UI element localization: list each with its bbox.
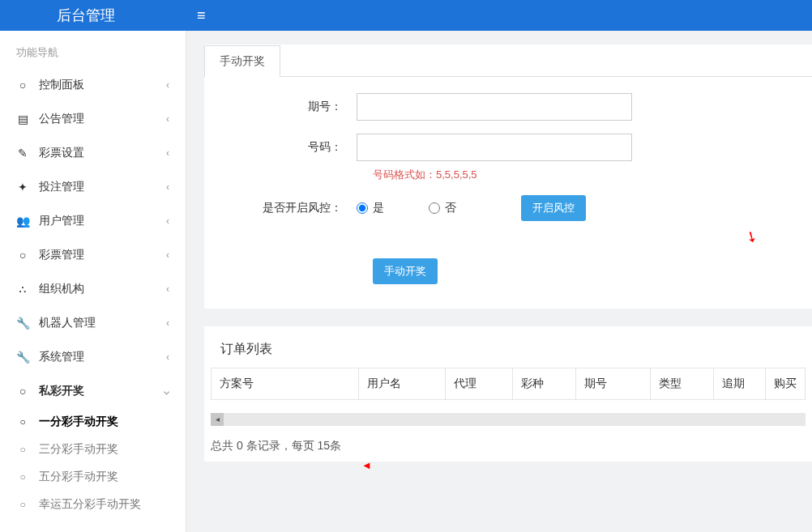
col-type: 类型 bbox=[650, 368, 713, 400]
radio-yes[interactable]: 是 bbox=[357, 201, 384, 215]
circle-icon: ○ bbox=[16, 499, 29, 510]
users-icon: 👥 bbox=[16, 215, 29, 228]
radio-no-input[interactable] bbox=[429, 202, 440, 214]
sitemap-icon: ⛬ bbox=[16, 283, 29, 296]
tab-manual-draw[interactable]: 手动开奖 bbox=[204, 45, 280, 77]
sidebar-item-label: 组织机构 bbox=[39, 282, 84, 296]
col-lottery: 彩种 bbox=[512, 368, 575, 400]
book-icon: ▤ bbox=[16, 113, 29, 126]
sidebar-subitem-1min[interactable]: ○ 一分彩手动开奖 bbox=[0, 408, 186, 436]
period-input[interactable] bbox=[357, 93, 632, 121]
number-hint: 号码格式如：5,5,5,5,5 bbox=[373, 168, 788, 182]
sidebar-item-label: 机器人管理 bbox=[39, 316, 96, 330]
col-scheme: 方案号 bbox=[212, 368, 359, 400]
table-header-row: 方案号 用户名 代理 彩种 期号 类型 追期 购买 bbox=[212, 368, 806, 400]
sidebar-item-label: 公告管理 bbox=[39, 112, 84, 126]
sidebar-subitem-label: 五分彩手动开奖 bbox=[39, 470, 118, 484]
order-list-title: 订单列表 bbox=[204, 326, 812, 368]
radio-no[interactable]: 否 bbox=[429, 201, 456, 215]
chevron-left-icon: ‹ bbox=[166, 147, 169, 159]
col-agent: 代理 bbox=[446, 368, 513, 400]
app-title: 后台管理 bbox=[57, 6, 115, 25]
sidebar-item-private-draw[interactable]: ○ 私彩开奖 ⌵ bbox=[0, 374, 186, 408]
sidebar-item-org[interactable]: ⛬ 组织机构 ‹ bbox=[0, 272, 186, 306]
sidebar-item-lottery-settings[interactable]: ✎ 彩票设置 ‹ bbox=[0, 136, 186, 170]
order-table: 方案号 用户名 代理 彩种 期号 类型 追期 购买 bbox=[211, 368, 806, 400]
circle-icon: ○ bbox=[16, 444, 29, 455]
enable-risk-button[interactable]: 开启风控 bbox=[521, 195, 586, 221]
chevron-left-icon: ‹ bbox=[166, 317, 169, 329]
sidebar-section-title: 功能导航 bbox=[0, 31, 186, 68]
sidebar-subitem-5min[interactable]: ○ 五分彩手动开奖 bbox=[0, 463, 186, 491]
circle-icon: ○ bbox=[16, 385, 29, 398]
sidebar-item-robot[interactable]: 🔧 机器人管理 ‹ bbox=[0, 306, 186, 340]
wrench-icon: 🔧 bbox=[16, 351, 29, 364]
circle-icon: ○ bbox=[16, 471, 29, 483]
header: 后台管理 ≡ bbox=[0, 0, 812, 31]
sidebar-subitem-3min[interactable]: ○ 三分彩手动开奖 bbox=[0, 436, 186, 463]
tab-bar: 手动开奖 bbox=[204, 45, 812, 77]
sidebar-item-dashboard[interactable]: ○ 控制面板 ‹ bbox=[0, 68, 186, 102]
sidebar-item-lottery-mgmt[interactable]: ○ 彩票管理 ‹ bbox=[0, 238, 186, 272]
chevron-left-icon: ‹ bbox=[166, 113, 169, 125]
chevron-left-icon: ‹ bbox=[166, 351, 169, 363]
sidebar-item-label: 彩票设置 bbox=[39, 146, 84, 160]
manual-draw-button[interactable]: 手动开奖 bbox=[373, 258, 438, 284]
sidebar-item-label: 系统管理 bbox=[39, 350, 84, 364]
sidebar-item-label: 彩票管理 bbox=[39, 248, 84, 262]
radio-yes-label: 是 bbox=[373, 201, 384, 215]
col-username: 用户名 bbox=[359, 368, 446, 400]
sidebar-item-label: 私彩开奖 bbox=[39, 384, 84, 398]
number-input[interactable] bbox=[357, 134, 632, 161]
sidebar-item-system[interactable]: 🔧 系统管理 ‹ bbox=[0, 340, 186, 374]
radio-yes-input[interactable] bbox=[357, 202, 368, 214]
col-chase: 追期 bbox=[713, 368, 765, 400]
sidebar: 功能导航 ○ 控制面板 ‹ ▤ 公告管理 ‹ ✎ 彩票设置 ‹ bbox=[0, 31, 186, 532]
chevron-left-icon: ‹ bbox=[166, 215, 169, 227]
circle-icon: ○ bbox=[16, 416, 29, 428]
chevron-left-icon: ‹ bbox=[166, 79, 169, 91]
sidebar-item-user[interactable]: 👥 用户管理 ‹ bbox=[0, 204, 186, 238]
menu-toggle-icon[interactable]: ≡ bbox=[197, 7, 206, 24]
wrench-icon: 🔧 bbox=[16, 317, 29, 330]
tag-icon: ✎ bbox=[16, 147, 29, 160]
sidebar-item-label: 用户管理 bbox=[39, 214, 84, 228]
diamond-icon: ✦ bbox=[16, 181, 29, 194]
chevron-left-icon: ‹ bbox=[166, 181, 169, 193]
col-buy: 购买 bbox=[765, 368, 805, 400]
period-label: 期号： bbox=[229, 100, 342, 114]
chevron-down-icon: ⌵ bbox=[164, 385, 169, 397]
sidebar-subitem-label: 一分彩手动开奖 bbox=[39, 415, 118, 429]
circle-icon: ○ bbox=[16, 249, 29, 262]
sidebar-subitem-lucky5[interactable]: ○ 幸运五分彩手动开奖 bbox=[0, 491, 186, 518]
sidebar-subitem-label: 幸运五分彩手动开奖 bbox=[39, 497, 141, 512]
sidebar-item-notice[interactable]: ▤ 公告管理 ‹ bbox=[0, 102, 186, 136]
scroll-left-icon[interactable]: ◂ bbox=[211, 413, 224, 426]
panel-manual-draw: 手动开奖 期号： 号码： 号码格式如：5,5,5,5,5 是否开启风控： bbox=[204, 45, 812, 309]
pager-info: 总共 0 条记录，每页 15条 bbox=[204, 434, 812, 462]
chevron-left-icon: ‹ bbox=[166, 249, 169, 261]
panel-order-list: 订单列表 方案号 用户名 代理 彩种 期号 类型 追期 bbox=[204, 326, 812, 462]
number-label: 号码： bbox=[229, 140, 342, 155]
chevron-left-icon: ‹ bbox=[166, 283, 169, 295]
radio-no-label: 否 bbox=[445, 201, 456, 215]
risk-label: 是否开启风控： bbox=[229, 201, 342, 215]
horizontal-scrollbar[interactable]: ◂ bbox=[211, 413, 806, 426]
circle-icon: ○ bbox=[16, 79, 29, 92]
sidebar-subitem-label: 三分彩手动开奖 bbox=[39, 442, 118, 457]
col-period: 期号 bbox=[575, 368, 650, 400]
sidebar-item-label: 投注管理 bbox=[39, 180, 84, 194]
sidebar-item-bet[interactable]: ✦ 投注管理 ‹ bbox=[0, 170, 186, 204]
sidebar-item-label: 控制面板 bbox=[39, 78, 84, 92]
